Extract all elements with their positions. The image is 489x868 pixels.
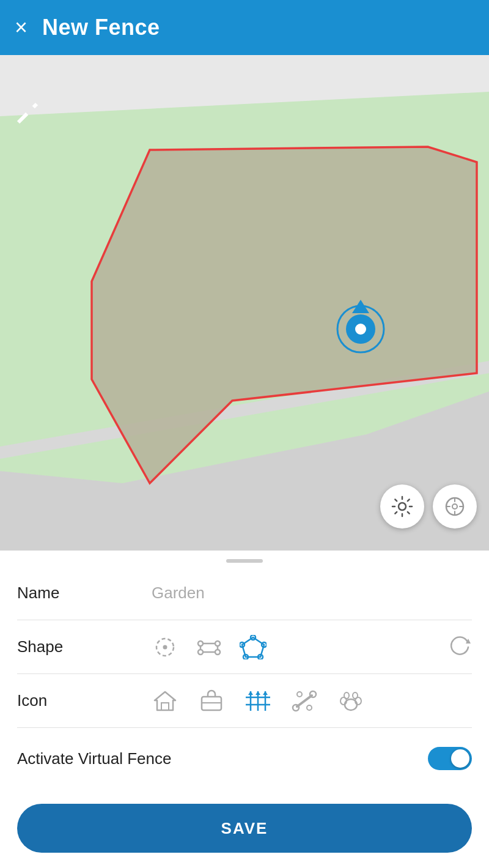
svg-point-55 [344, 692, 349, 699]
gear-icon [391, 495, 413, 517]
name-label: Name [17, 584, 152, 603]
toggle-knob [451, 749, 469, 768]
svg-marker-35 [155, 692, 175, 710]
svg-marker-45 [256, 691, 260, 695]
location-icon [444, 495, 466, 517]
svg-marker-44 [248, 691, 253, 695]
icon-fence-button[interactable] [244, 688, 271, 714]
shape-polygon-button[interactable] [240, 634, 267, 661]
activate-fence-row: Activate Virtual Fence [17, 728, 472, 789]
activate-fence-label: Activate Virtual Fence [17, 749, 428, 768]
svg-point-48 [293, 705, 299, 711]
save-button[interactable]: SAVE [17, 804, 472, 853]
svg-point-22 [215, 641, 220, 646]
svg-point-50 [297, 692, 302, 697]
close-button[interactable]: × [15, 17, 28, 39]
map-svg [0, 55, 489, 551]
circle-shape-icon [153, 635, 177, 659]
briefcase-icon [199, 689, 224, 713]
bone-icon [291, 689, 318, 713]
svg-point-20 [198, 641, 203, 646]
svg-point-49 [310, 691, 316, 697]
name-input[interactable]: Garden [152, 584, 472, 603]
name-row: Name Garden [17, 566, 472, 620]
shape-route-button[interactable] [196, 634, 222, 661]
fence-icon [244, 689, 271, 713]
svg-point-23 [215, 650, 220, 655]
settings-button[interactable] [380, 484, 424, 529]
svg-point-10 [355, 324, 366, 335]
save-area: SAVE [0, 789, 489, 868]
reset-icon [450, 636, 472, 658]
form-area: Name Garden Shape [0, 566, 489, 789]
icon-paw-button[interactable] [337, 688, 364, 714]
svg-rect-36 [161, 703, 169, 710]
icon-row: Icon [17, 674, 472, 728]
drag-bar [226, 559, 263, 563]
icon-options [152, 688, 472, 714]
shape-circle-button[interactable] [152, 634, 178, 661]
map-controls [380, 484, 477, 529]
paw-icon [337, 688, 364, 714]
page-title: New Fence [42, 15, 160, 40]
svg-point-11 [399, 503, 406, 510]
shape-label: Shape [17, 637, 152, 656]
polygon-shape-icon [240, 635, 267, 659]
svg-point-56 [353, 692, 358, 699]
header: × New Fence [0, 0, 489, 55]
svg-marker-46 [263, 691, 268, 695]
home-icon [153, 689, 177, 713]
icon-bone-button[interactable] [291, 688, 318, 714]
map-view[interactable] [0, 55, 489, 551]
activate-fence-toggle[interactable] [428, 747, 472, 770]
drag-indicator [0, 551, 489, 566]
svg-point-13 [452, 504, 457, 509]
shape-reset-button[interactable] [450, 636, 472, 658]
shape-options [152, 634, 450, 661]
location-button[interactable] [433, 484, 477, 529]
svg-point-51 [307, 705, 312, 710]
svg-point-19 [163, 645, 167, 649]
shape-row: Shape [17, 620, 472, 674]
svg-point-21 [198, 650, 203, 655]
route-shape-icon [196, 635, 222, 659]
icon-home-button[interactable] [152, 688, 178, 714]
icon-label: Icon [17, 691, 152, 710]
icon-briefcase-button[interactable] [198, 688, 225, 714]
